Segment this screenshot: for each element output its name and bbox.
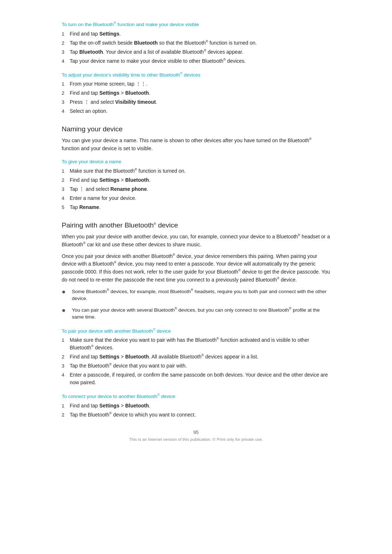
note-1: ● Some Bluetooth® devices, for example, …: [62, 288, 330, 303]
give-name-heading: To give your device a name: [62, 159, 330, 164]
note-icon-1: ●: [62, 288, 68, 296]
pairing-intro2: Once you pair your device with another B…: [62, 253, 330, 284]
list-item: 2Find and tap Settings > Bluetooth. All …: [62, 353, 330, 361]
give-name-list: 1Make sure that the Bluetooth® function …: [62, 167, 330, 211]
list-item: 5Tap Rename.: [62, 204, 330, 211]
note-text-1: Some Bluetooth® devices, for example, mo…: [72, 288, 330, 303]
list-item: 2Find and tap Settings > Bluetooth.: [62, 89, 330, 97]
list-item: 1Find and tap Settings > Bluetooth.: [62, 402, 330, 410]
list-item: 2Find and tap Settings > Bluetooth.: [62, 176, 330, 184]
naming-section-title: Naming your device: [62, 125, 330, 133]
pairing-intro1: When you pair your device with another d…: [62, 233, 330, 249]
list-item: 4Enter a passcode, if required, or confi…: [62, 371, 330, 386]
adjust-visibility-list: 1From your Home screen, tap ⋮⋮. 2Find an…: [62, 80, 330, 115]
list-item: 2Tap the on-off switch beside Bluetooth …: [62, 39, 330, 47]
list-item: 1Find and tap Settings.: [62, 30, 330, 38]
naming-intro: You can give your device a name. This na…: [62, 137, 330, 152]
pairing-section-title: Pairing with another Bluetooth® device: [62, 221, 330, 229]
note-text-2: You can pair your device with several Bl…: [72, 306, 330, 321]
list-item: 1Make sure that the device you want to p…: [62, 336, 330, 352]
pair-device-heading: To pair your device with another Bluetoo…: [62, 328, 330, 334]
footer: This is an Internet version of this publ…: [62, 437, 330, 442]
list-item: 3Press ⋮ and select Visibility timeout.: [62, 98, 330, 106]
list-item: 4Enter a name for your device.: [62, 194, 330, 202]
list-item: 3Tap Bluetooth. Your device and a list o…: [62, 48, 330, 56]
list-item: 1Make sure that the Bluetooth® function …: [62, 167, 330, 175]
list-item: 3Tap ⋮ and select Rename phone.: [62, 185, 330, 193]
turn-on-heading: To turn on the Bluetooth® function and m…: [62, 21, 330, 27]
connect-device-list: 1Find and tap Settings > Bluetooth. 2Tap…: [62, 402, 330, 419]
page-number: 95: [62, 430, 330, 435]
list-item: 1From your Home screen, tap ⋮⋮.: [62, 80, 330, 88]
adjust-visibility-heading: To adjust your device's visibility time …: [62, 71, 330, 78]
list-item: 2Tap the Bluetooth® device to which you …: [62, 411, 330, 419]
list-item: 3Tap the Bluetooth® device that you want…: [62, 362, 330, 370]
list-item: 4Select an option.: [62, 107, 330, 115]
turn-on-list: 1Find and tap Settings. 2Tap the on-off …: [62, 30, 330, 65]
note-icon-2: ●: [62, 307, 68, 314]
list-item: 4Tap your device name to make your devic…: [62, 57, 330, 65]
page-content: To turn on the Bluetooth® function and m…: [54, 15, 338, 452]
note-2: ● You can pair your device with several …: [62, 306, 330, 321]
pair-device-list: 1Make sure that the device you want to p…: [62, 336, 330, 386]
connect-device-heading: To connect your device to another Blueto…: [62, 393, 330, 399]
